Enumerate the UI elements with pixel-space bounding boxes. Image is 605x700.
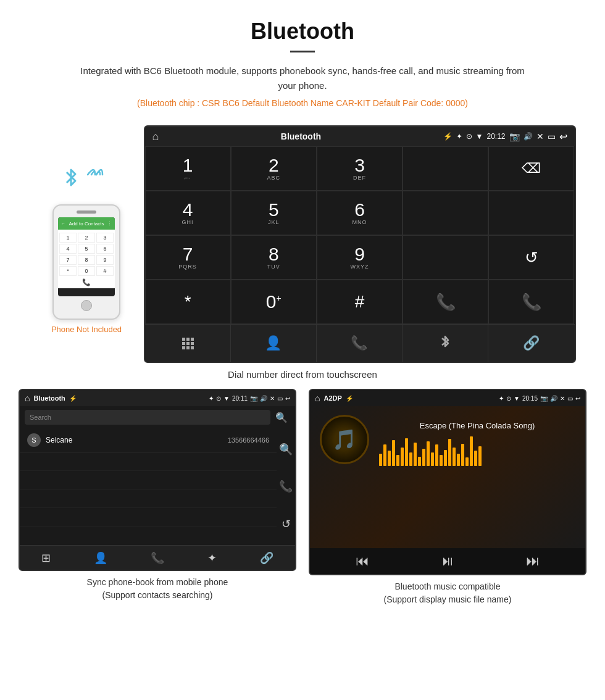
bt-signal-graphic [62,162,111,199]
pb-side-search-icon[interactable]: 🔍 [279,443,293,456]
bar-11 [422,449,425,466]
close-icon[interactable]: ✕ [536,131,544,141]
main-screen-section: ← Add to Contacts ⋮ 1 2 3 4 5 6 7 8 9 [0,125,605,363]
music-vol-icon: 🔊 [550,395,557,402]
empty-row-1 [20,452,277,471]
statusbar-left: ⌂ [152,130,159,143]
bluetooth-toolbar-btn[interactable] [403,325,488,362]
pb-home-icon[interactable]: ⌂ [25,393,30,403]
key-0[interactable]: 0+ [231,280,317,324]
key-star[interactable]: * [145,280,231,324]
bar-2 [383,444,386,466]
time-display: 20:12 [486,132,505,141]
key-3[interactable]: 3DEF [317,146,403,191]
phone-screen-top: ← Add to Contacts ⋮ [58,217,115,230]
dialpad-btn[interactable] [145,325,231,362]
home-icon[interactable]: ⌂ [152,130,159,143]
grid-icon [181,336,194,350]
bar-23 [474,451,477,466]
call-green-btn[interactable]: 📞 [403,280,488,324]
bar-9 [414,443,417,466]
music-note-icon: 🎵 [332,428,357,451]
music-win-icon[interactable]: ▭ [567,395,573,402]
phone-screen-body: 1 2 3 4 5 6 7 8 9 * 0 # 📞 [58,230,115,288]
music-a2dp-title: A2DP [323,394,341,402]
display-area [403,146,488,191]
phonebook-sidebar: 🔍 📞 ↺ [277,428,295,545]
empty-row-2 [20,471,277,490]
pb-bt-tool-icon[interactable]: ✦ [207,551,217,565]
link-btn[interactable]: 🔗 [488,325,574,362]
pb-side-phone-icon[interactable]: 📞 [279,480,293,493]
pb-usb-icon: ⚡ [69,395,77,402]
music-caption: Bluetooth music compatible (Support disp… [384,580,512,606]
backspace-btn[interactable]: ⌫ [488,146,574,191]
prev-track-btn[interactable]: ⏮ [356,553,369,569]
volume-icon: 🔊 [524,132,533,141]
phone-call-row: 📞 [59,278,114,286]
pb-grid-icon[interactable]: ⊞ [41,551,51,565]
bar-12 [427,441,430,466]
music-content: 🎵 Escape (The Pina Colada Song) [320,415,575,472]
key-hash[interactable]: # [317,280,403,324]
window-icon[interactable]: ▭ [548,131,556,141]
pb-close-icon[interactable]: ✕ [270,395,275,402]
bar-14 [435,444,438,466]
music-home-icon[interactable]: ⌂ [315,393,320,403]
music-album-art: 🎵 [320,415,369,464]
bar-22 [470,436,473,466]
phonebook-entry[interactable]: S Seicane 13566664466 [20,428,277,452]
search-icon[interactable]: 🔍 [273,412,290,423]
phonebook-card: ⌂ Bluetooth ⚡ ✦ ⊙ ▼ 20:11 📷 🔊 ✕ ▭ ↩ [19,389,296,606]
bar-8 [409,452,412,466]
bar-10 [418,457,421,466]
key-1[interactable]: 1⌐- [145,146,231,191]
pb-call-icon[interactable]: 📞 [151,551,164,565]
bar-19 [457,454,460,466]
key-6[interactable]: 6MNO [317,191,403,235]
equalizer-bars [379,435,575,466]
bar-21 [465,457,469,466]
contacts-btn[interactable]: 👤 [231,325,317,362]
key-8[interactable]: 8TUV [231,235,317,280]
title-divider [290,51,315,52]
pb-back-icon[interactable]: ↩ [285,395,290,402]
key-5[interactable]: 5JKL [231,191,317,235]
key-7[interactable]: 7PQRS [145,235,231,280]
phonebook-caption-line1: Sync phone-book from mobile phone [87,577,228,587]
dialpad-toolbar: 👤 📞 🔗 [145,324,575,362]
svg-rect-2 [191,338,194,341]
bar-15 [440,455,443,466]
key-4[interactable]: 4GHI [145,191,231,235]
bar-6 [401,448,404,466]
music-back-icon[interactable]: ↩ [575,395,580,402]
pb-side-sync-icon[interactable]: ↺ [282,517,291,531]
play-pause-btn[interactable]: ⏯ [441,553,454,569]
sync-btn[interactable]: ↺ [488,235,574,280]
phonebook-search-box[interactable]: Search [25,410,270,425]
key-2[interactable]: 2ABC [231,146,317,191]
page-specs: (Bluetooth chip : CSR BC6 Default Blueto… [25,98,580,108]
music-close-icon[interactable]: ✕ [560,395,565,402]
call-red-btn[interactable]: 📞 [488,280,574,324]
music-statusbar: ⌂ A2DP ⚡ ✦ ⊙ ▼ 20:15 📷 🔊 ✕ ▭ ↩ [310,390,585,406]
dialpad-statusbar: ⌂ Bluetooth ⚡ ✦ ⊙ ▼ 20:12 📷 🔊 ✕ ▭ ↩ [145,127,575,146]
pb-link-icon[interactable]: 🔗 [260,551,273,565]
bar-18 [453,448,456,466]
next-track-btn[interactable]: ⏭ [526,553,540,569]
empty-row-3 [20,490,277,508]
page-title-section: Bluetooth Integrated with BC6 Bluetooth … [0,0,605,125]
statusbar-title: Bluetooth [281,131,321,141]
back-icon[interactable]: ↩ [559,131,567,143]
svg-rect-1 [186,338,190,341]
empty-row-4 [20,508,277,527]
phonebook-main: S Seicane 13566664466 [20,428,277,545]
pb-user-icon[interactable]: 👤 [94,551,107,565]
pb-statusbar-left: ⌂ Bluetooth ⚡ [25,393,77,403]
music-location-icon: ⊙ [506,395,511,402]
pb-location-icon: ⊙ [216,395,221,402]
key-9[interactable]: 9WXYZ [317,235,403,280]
pb-win-icon[interactable]: ▭ [277,395,283,402]
phone-btn[interactable]: 📞 [317,325,403,362]
entry-name: Seicane [46,436,228,444]
